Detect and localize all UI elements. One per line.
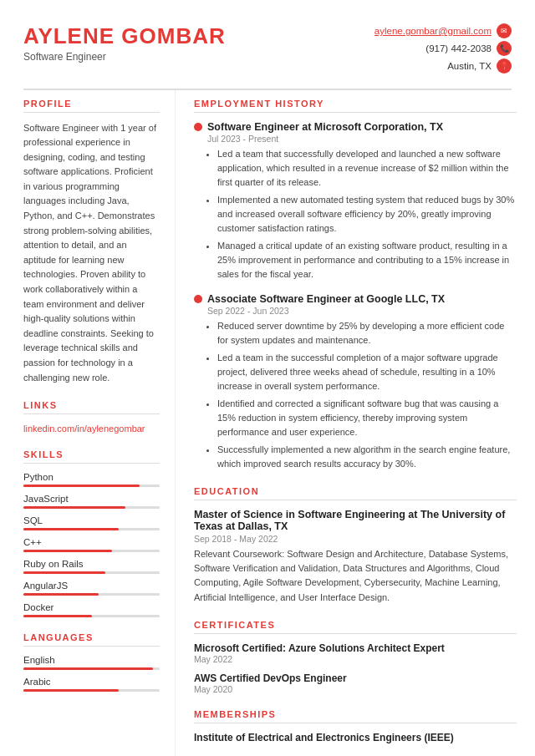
language-name: English — [23, 655, 160, 665]
phone-icon: 📞 — [497, 41, 512, 56]
job-title-row: Associate Software Engineer at Google LL… — [194, 293, 517, 305]
skill-bar-bg — [23, 571, 160, 574]
skill-bar-bg — [23, 550, 160, 552]
cert-entry: Microsoft Certified: Azure Solutions Arc… — [194, 642, 517, 664]
skill-name: Python — [23, 472, 160, 482]
skill-item: SQL — [23, 515, 160, 530]
linkedin-link[interactable]: linkedin.com/in/aylenegombar — [23, 424, 145, 434]
skill-name: AngularJS — [23, 581, 160, 591]
skill-name: JavaScript — [23, 494, 160, 504]
profile-section-title: PROFILE — [23, 99, 160, 113]
job-dot — [194, 123, 202, 131]
skill-item: Ruby on Rails — [23, 559, 160, 574]
job-title-row: Software Engineer at Microsoft Corporati… — [194, 121, 517, 133]
job-dates: Jul 2023 - Present — [207, 134, 517, 144]
memberships-list: Institute of Electrical and Electronics … — [194, 732, 517, 743]
skill-bar-fill — [23, 528, 119, 530]
edu-degree: Master of Science in Software Engineerin… — [194, 509, 517, 532]
skill-item: Python — [23, 472, 160, 487]
header: AYLENE GOMBAR Software Engineer aylene.g… — [0, 0, 535, 89]
skills-section-title: SKILLS — [23, 449, 160, 464]
skill-bar-fill — [23, 550, 112, 552]
skill-bar-fill — [23, 485, 140, 487]
profile-text: Software Engineer with 1 year of profess… — [23, 121, 160, 386]
bullet-item: Identified and corrected a significant s… — [217, 397, 517, 439]
skill-bar-fill — [23, 615, 92, 617]
languages-section-title: LANGUAGES — [23, 632, 160, 647]
email-row: aylene.gombar@gmail.com ✉ — [374, 23, 512, 38]
edu-coursework: Relevant Coursework: Software Design and… — [194, 547, 517, 604]
header-left: AYLENE GOMBAR Software Engineer — [23, 23, 226, 63]
skill-bar-fill — [23, 571, 105, 574]
job-dot — [194, 295, 202, 303]
skill-name: Ruby on Rails — [23, 559, 160, 569]
phone-row: (917) 442-2038 📞 — [374, 41, 512, 56]
email-text: aylene.gombar@gmail.com — [374, 26, 492, 36]
memberships-section-title: MEMBERSHIPS — [194, 709, 517, 723]
skill-bar-bg — [23, 528, 160, 530]
header-right: aylene.gombar@gmail.com ✉ (917) 442-2038… — [374, 23, 512, 74]
job-entry: Associate Software Engineer at Google LL… — [194, 293, 517, 471]
bullet-item: Implemented a new automated testing syst… — [217, 193, 517, 236]
skill-bar-bg — [23, 615, 160, 617]
edu-dates: Sep 2018 - May 2022 — [194, 534, 517, 544]
language-item: English — [23, 655, 160, 670]
languages-list: English Arabic — [23, 655, 160, 692]
skill-item: C++ — [23, 537, 160, 552]
lang-bar-bg — [23, 667, 160, 670]
employment-section-title: EMPLOYMENT HISTORY — [194, 99, 517, 113]
education-entry: Master of Science in Software Engineerin… — [194, 509, 517, 604]
links-section: linkedin.com/in/aylenegombar — [23, 423, 160, 434]
bullet-item: Led a team in the successful completion … — [217, 351, 517, 393]
job-entry: Software Engineer at Microsoft Corporati… — [194, 121, 517, 282]
lang-bar-bg — [23, 689, 160, 692]
job-bullets: Reduced server downtime by 25% by develo… — [207, 319, 517, 471]
skill-name: SQL — [23, 515, 160, 525]
skill-bar-bg — [23, 506, 160, 509]
main-content: PROFILE Software Engineer with 1 year of… — [0, 90, 535, 757]
language-item: Arabic — [23, 677, 160, 692]
skill-item: AngularJS — [23, 581, 160, 596]
cert-entry: AWS Certified DevOps Engineer May 2020 — [194, 672, 517, 694]
bullet-item: Reduced server downtime by 25% by develo… — [217, 319, 517, 348]
location-icon: 📍 — [497, 58, 512, 74]
links-section-title: LINKS — [23, 400, 160, 414]
cert-name: Microsoft Certified: Azure Solutions Arc… — [194, 642, 517, 654]
skill-bar-bg — [23, 485, 160, 487]
left-column: PROFILE Software Engineer with 1 year of… — [0, 90, 176, 757]
candidate-title: Software Engineer — [23, 51, 226, 63]
location-text: Austin, TX — [447, 61, 492, 71]
cert-date: May 2022 — [194, 654, 517, 664]
candidate-name: AYLENE GOMBAR — [23, 23, 226, 49]
education-section-title: EDUCATION — [194, 486, 517, 500]
skill-bar-fill — [23, 506, 125, 509]
skill-name: Docker — [23, 602, 160, 612]
skill-item: Docker — [23, 602, 160, 617]
location-row: Austin, TX 📍 — [374, 58, 512, 74]
job-bullets: Led a team that successfully developed a… — [207, 147, 517, 282]
cert-name: AWS Certified DevOps Engineer — [194, 672, 517, 684]
job-dates: Sep 2022 - Jun 2023 — [207, 306, 517, 316]
lang-bar-fill — [23, 689, 119, 692]
skill-bar-fill — [23, 593, 99, 596]
bullet-item: Managed a critical update of an existing… — [217, 239, 517, 282]
email-icon: ✉ — [497, 23, 512, 38]
lang-bar-fill — [23, 667, 153, 670]
right-column: EMPLOYMENT HISTORY Software Engineer at … — [176, 90, 535, 757]
skill-bar-bg — [23, 593, 160, 596]
skills-list: Python JavaScript SQL C++ Ruby on Rails — [23, 472, 160, 617]
membership-entry: Institute of Electrical and Electronics … — [194, 732, 517, 743]
job-title: Associate Software Engineer at Google LL… — [207, 293, 445, 305]
certificates-list: Microsoft Certified: Azure Solutions Arc… — [194, 642, 517, 694]
jobs-list: Software Engineer at Microsoft Corporati… — [194, 121, 517, 472]
bullet-item: Successfully implemented a new algorithm… — [217, 443, 517, 471]
skill-name: C++ — [23, 537, 160, 547]
phone-text: (917) 442-2038 — [425, 43, 492, 53]
job-title: Software Engineer at Microsoft Corporati… — [207, 121, 443, 133]
membership-name: Institute of Electrical and Electronics … — [194, 732, 517, 743]
certificates-section-title: CERTIFICATES — [194, 620, 517, 634]
language-name: Arabic — [23, 677, 160, 687]
skill-item: JavaScript — [23, 494, 160, 509]
bullet-item: Led a team that successfully developed a… — [217, 147, 517, 190]
cert-date: May 2020 — [194, 684, 517, 694]
